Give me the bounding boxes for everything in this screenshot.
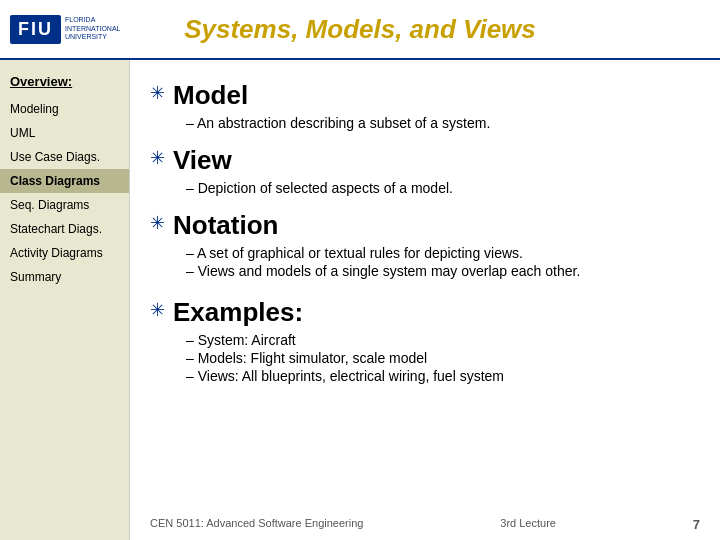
view-header: ✳ View	[150, 145, 690, 176]
logo: FIU FLORIDA INTERNATIONAL UNIVERSITY	[10, 15, 125, 44]
examples-bullet-1: System: Aircraft	[150, 332, 690, 348]
sidebar-item-seq-diagrams[interactable]: Seq. Diagrams	[0, 193, 129, 217]
notation-bullet-2: Views and models of a single system may …	[150, 263, 690, 279]
main-layout: Overview: Modeling UML Use Case Diags. C…	[0, 60, 720, 540]
examples-bullet-3: Views: All blueprints, electrical wiring…	[150, 368, 690, 384]
examples-bullet-2: Models: Flight simulator, scale model	[150, 350, 690, 366]
model-bullet-1: An abstraction describing a subset of a …	[150, 115, 690, 131]
view-title: View	[173, 145, 232, 176]
footer: CEN 5011: Advanced Software Engineering …	[130, 517, 720, 532]
examples-star-icon: ✳	[150, 299, 165, 321]
notation-section: ✳ Notation A set of graphical or textual…	[150, 210, 690, 279]
notation-star-icon: ✳	[150, 212, 165, 234]
view-section: ✳ View Depiction of selected aspects of …	[150, 145, 690, 196]
notation-bullet-1: A set of graphical or textual rules for …	[150, 245, 690, 261]
examples-title: Examples:	[173, 297, 303, 328]
model-header: ✳ Model	[150, 80, 690, 111]
examples-header: ✳ Examples:	[150, 297, 690, 328]
view-bullet-1: Depiction of selected aspects of a model…	[150, 180, 690, 196]
sidebar-item-uml[interactable]: UML	[0, 121, 129, 145]
logo-subtitle: FLORIDA INTERNATIONAL UNIVERSITY	[65, 16, 125, 41]
logo-text: FIU	[10, 15, 61, 44]
page-title: Systems, Models, and Views	[184, 14, 536, 45]
sidebar-item-statechart-diags[interactable]: Statechart Diags.	[0, 217, 129, 241]
footer-page: 7	[693, 517, 700, 532]
sidebar-item-modeling[interactable]: Modeling	[0, 97, 129, 121]
examples-section: ✳ Examples: System: Aircraft Models: Fli…	[150, 297, 690, 384]
view-star-icon: ✳	[150, 147, 165, 169]
sidebar-item-activity-diagrams[interactable]: Activity Diagrams	[0, 241, 129, 265]
notation-title: Notation	[173, 210, 278, 241]
sidebar-overview-label: Overview:	[0, 70, 129, 97]
sidebar-item-summary[interactable]: Summary	[0, 265, 129, 289]
model-section: ✳ Model An abstraction describing a subs…	[150, 80, 690, 131]
footer-course: CEN 5011: Advanced Software Engineering	[150, 517, 363, 532]
model-star-icon: ✳	[150, 82, 165, 104]
sidebar-item-class-diagrams[interactable]: Class Diagrams	[0, 169, 129, 193]
sidebar-item-use-case-diags[interactable]: Use Case Diags.	[0, 145, 129, 169]
model-title: Model	[173, 80, 248, 111]
footer-lecture: 3rd Lecture	[500, 517, 556, 532]
header: FIU FLORIDA INTERNATIONAL UNIVERSITY Sys…	[0, 0, 720, 60]
sidebar: Overview: Modeling UML Use Case Diags. C…	[0, 60, 130, 540]
notation-header: ✳ Notation	[150, 210, 690, 241]
content-area: ✳ Model An abstraction describing a subs…	[130, 60, 720, 540]
